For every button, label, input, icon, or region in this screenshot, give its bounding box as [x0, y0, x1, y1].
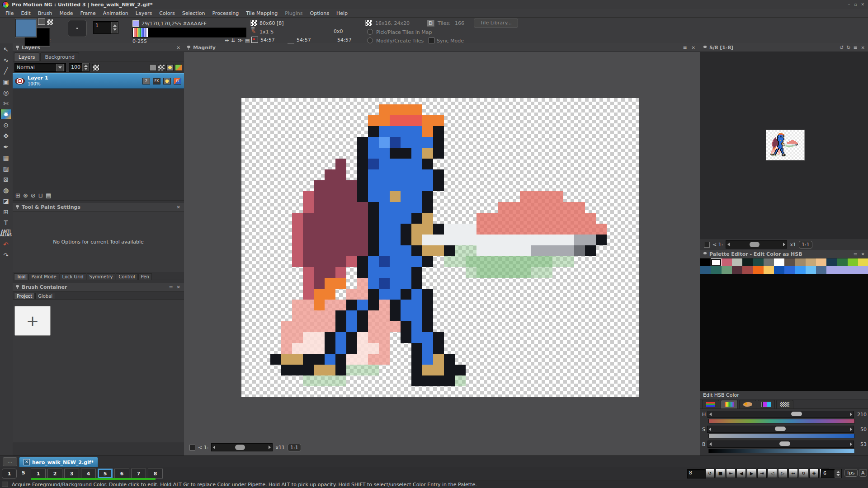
modify-create-radio[interactable] [367, 38, 373, 43]
stop-button[interactable]: ■ [716, 469, 725, 478]
add-frame-button[interactable]: ✚ [809, 469, 819, 478]
pin-icon[interactable] [15, 205, 19, 209]
frame-button-6[interactable]: 6 [114, 469, 129, 479]
palette-swatch[interactable] [764, 258, 774, 266]
add-brush-button[interactable]: + [14, 306, 51, 336]
list-icon[interactable]: ≡ [683, 45, 687, 51]
bulb-icon[interactable] [166, 64, 174, 71]
palette-swatch[interactable] [774, 266, 784, 274]
swap-colors-icon[interactable] [38, 19, 45, 25]
next-frame-button[interactable]: ▷ [778, 469, 788, 478]
palette-swatch[interactable] [826, 258, 837, 266]
menu-edit[interactable]: Edit [17, 9, 34, 17]
new-layer-icon[interactable]: ⊞ [15, 192, 20, 199]
tab-global[interactable]: Global [35, 293, 55, 299]
layer-row[interactable]: Layer 1 100% 2 FX G [13, 73, 184, 89]
palette-swatch[interactable] [784, 258, 795, 266]
close-tab-icon[interactable]: ✕ [24, 459, 30, 465]
preview-zoom-checkbox[interactable] [704, 242, 710, 248]
magnify-zoom-scrollbar[interactable] [211, 443, 273, 451]
palette-swatch[interactable] [774, 258, 784, 266]
palette-swatch[interactable] [826, 266, 837, 274]
close-button[interactable]: ✕ [861, 2, 864, 7]
pick-place-radio[interactable] [367, 29, 373, 35]
auto-button[interactable]: A [859, 469, 867, 477]
eraser-tool-icon[interactable]: ◪ [0, 196, 11, 206]
frame-button-5[interactable]: 5 [98, 469, 113, 479]
ellipse-tool-icon[interactable]: ◎ [0, 87, 11, 98]
rectangle-tool-icon[interactable]: ▣ [0, 76, 11, 87]
brightness-slider[interactable] [708, 441, 854, 448]
palette-swatch[interactable] [848, 266, 858, 274]
list-icon[interactable]: ≡ [853, 251, 857, 257]
pin-icon[interactable] [15, 46, 19, 50]
palette-swatch[interactable] [700, 266, 711, 274]
frame-button-1[interactable]: 1 [31, 469, 46, 479]
magnify-tool-icon[interactable]: ⊙ [0, 120, 11, 130]
palette-swatch[interactable] [816, 258, 826, 266]
text-tool-icon[interactable]: T [0, 217, 11, 228]
frame-button-2[interactable]: 2 [47, 469, 62, 479]
goto-frame1-button[interactable]: 1 [2, 469, 17, 479]
palette-swatch[interactable] [795, 266, 805, 274]
tv-icon[interactable] [175, 64, 182, 71]
layer-visibility-icon[interactable] [15, 78, 25, 84]
tab-project[interactable]: Project [14, 293, 35, 299]
pipette-tool-icon[interactable]: ✒ [0, 141, 11, 152]
document-tab[interactable]: ✕ hero_walk_NEW_2.gif* [19, 457, 98, 468]
layer-color-icon[interactable]: G [174, 78, 181, 84]
layer-opacity-spinner[interactable]: 100 [69, 63, 90, 72]
palette-swatch[interactable] [711, 266, 721, 274]
close-icon[interactable]: ✕ [177, 285, 180, 290]
tab-background[interactable]: Background [40, 52, 79, 61]
pixel-canvas[interactable] [241, 98, 639, 397]
lock-transparency-tool-icon[interactable]: ⊠ [0, 174, 11, 184]
tab-layers[interactable]: Layers [14, 52, 39, 61]
palette-swatch[interactable] [711, 258, 721, 266]
palette-swatch[interactable] [837, 258, 847, 266]
lock-icon[interactable] [149, 64, 156, 71]
tab-symmetry[interactable]: Symmetry [87, 273, 116, 280]
palette-swatch[interactable] [753, 258, 763, 266]
redo-tool-icon[interactable]: ↷ [0, 250, 11, 260]
tab-paint-mode[interactable]: Paint Mode [28, 273, 59, 280]
more-tabs-button[interactable]: ... [3, 457, 17, 466]
last-frame-button[interactable]: ⇥ [757, 469, 767, 478]
ping-pong-button[interactable]: ↔ [788, 469, 798, 478]
repeat-button[interactable]: ↻ [799, 469, 808, 478]
palette-strip[interactable] [132, 28, 246, 38]
mask-tool-icon[interactable]: ◍ [0, 185, 11, 195]
preview-zoom-scrollbar[interactable] [726, 240, 787, 249]
zoom-lock-checkbox[interactable] [189, 445, 195, 450]
maximize-button[interactable]: ▫ [854, 2, 857, 7]
antialias-tool-icon[interactable]: ANTI ALIAS [0, 228, 11, 239]
menu-selection[interactable]: Selection [179, 9, 209, 17]
palette-swatch[interactable] [795, 258, 805, 266]
pick-down-icon[interactable]: ⇊ [231, 38, 235, 43]
tab-pen[interactable]: Pen [138, 273, 152, 280]
loop-count-field[interactable]: 8 [687, 469, 706, 479]
brush-shape-button[interactable] [68, 20, 87, 37]
close-icon[interactable]: ✕ [861, 45, 865, 50]
menu-options[interactable]: Options [307, 9, 333, 17]
pin-icon[interactable] [15, 285, 19, 289]
fps-spinner[interactable]: 6 [821, 469, 842, 478]
menu-plugins[interactable]: Plugins [281, 9, 306, 17]
pin-icon[interactable] [187, 46, 191, 50]
loop-back-icon[interactable]: ↺ [840, 45, 844, 51]
stack-icon[interactable]: ▤ [245, 38, 250, 43]
preview-ratio-button[interactable]: 1:1 [799, 241, 812, 249]
pin-icon[interactable] [703, 46, 707, 50]
expand-horizontal-icon[interactable]: ↔ [225, 38, 229, 43]
palette-swatch[interactable] [806, 266, 816, 274]
tab-tool[interactable]: Tool [14, 273, 28, 280]
menu-processing[interactable]: Processing [208, 9, 242, 17]
palette-swatch[interactable] [753, 266, 763, 274]
transparency-icon[interactable] [47, 19, 53, 25]
lasso-select-tool-icon[interactable]: ✄ [0, 98, 11, 108]
close-icon[interactable]: ✕ [692, 45, 695, 50]
line-tool-icon[interactable]: ╱ [0, 66, 11, 76]
tab-control[interactable]: Control [116, 273, 137, 280]
animation-thumbnail[interactable] [766, 130, 805, 160]
palette-swatch[interactable] [722, 258, 732, 266]
